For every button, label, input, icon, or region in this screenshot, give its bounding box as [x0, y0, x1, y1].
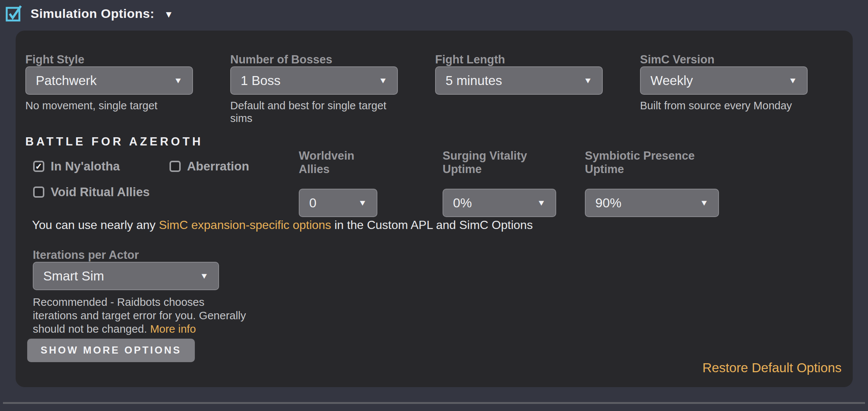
checked-checkbox-icon[interactable] — [5, 4, 23, 22]
bfa-checkbox[interactable]: ✓ In Ny'alotha — [33, 159, 170, 173]
chevron-down-icon: ▼ — [174, 76, 183, 85]
chevron-down-icon: ▼ — [378, 76, 387, 85]
checkbox-icon: ✓ — [33, 161, 44, 172]
worldvein-allies-label: Worldvein Allies — [299, 149, 377, 176]
battle-for-azeroth-row: ✓ In Ny'alotha ✓ Aberration ✓ Void Ritua… — [25, 149, 843, 204]
surging-vitality-label: Surging Vitality Uptime — [443, 149, 556, 176]
symbiotic-presence-select[interactable]: 90% ▼ — [585, 189, 719, 217]
note-suffix: in the Custom APL and SimC Options — [331, 218, 533, 232]
fight-style-helper: No movement, single target — [25, 99, 193, 112]
chevron-down-icon: ▼ — [358, 198, 367, 207]
simc-version-value: Weekly — [650, 73, 693, 88]
surging-vitality-select[interactable]: 0% ▼ — [443, 189, 556, 217]
iterations-per-actor-value: Smart Sim — [43, 269, 104, 283]
surging-vitality-value: 0% — [453, 195, 472, 210]
chevron-down-icon: ▼ — [200, 271, 209, 280]
check-icon: ✓ — [35, 162, 42, 171]
simulation-options-header: Simulation Options: ▼ — [5, 4, 173, 22]
surging-vitality-field: Surging Vitality Uptime 0% ▼ — [443, 149, 556, 217]
number-of-bosses-value: 1 Boss — [241, 73, 281, 88]
checkbox-icon: ✓ — [170, 161, 181, 172]
chevron-down-icon: ▼ — [788, 76, 797, 85]
simc-version-field: SimC Version Weekly ▼ Built from source … — [640, 53, 808, 125]
show-more-options-button[interactable]: SHOW MORE OPTIONS — [27, 339, 195, 362]
more-info-link[interactable]: More info — [150, 323, 196, 335]
symbiotic-presence-field: Symbiotic Presence Uptime 90% ▼ — [585, 149, 719, 217]
checkbox-icon: ✓ — [33, 186, 44, 198]
collapse-caret-icon[interactable]: ▼ — [164, 9, 173, 20]
fight-length-label: Fight Length — [435, 53, 603, 66]
bfa-checkbox-group: ✓ In Ny'alotha ✓ Aberration ✓ Void Ritua… — [33, 159, 249, 199]
number-of-bosses-field: Number of Bosses 1 Boss ▼ Default and be… — [230, 53, 398, 125]
fight-style-select[interactable]: Patchwerk ▼ — [25, 66, 193, 95]
fight-length-select[interactable]: 5 minutes ▼ — [435, 66, 603, 95]
simc-version-helper: Built from source every Monday — [640, 99, 808, 112]
simc-expansion-options-link[interactable]: SimC expansion-specific options — [159, 218, 331, 232]
page-title: Simulation Options: — [31, 6, 154, 21]
worldvein-allies-field: Worldvein Allies 0 ▼ — [299, 149, 377, 217]
bottom-divider — [3, 402, 865, 404]
simc-version-select[interactable]: Weekly ▼ — [640, 66, 808, 95]
checkbox-label: Aberration — [187, 159, 249, 173]
fight-length-value: 5 minutes — [446, 73, 502, 88]
iterations-per-actor-label: Iterations per Actor — [33, 248, 843, 262]
note-prefix: You can use nearly any — [32, 218, 159, 232]
number-of-bosses-select[interactable]: 1 Boss ▼ — [230, 66, 398, 95]
iterations-per-actor-select[interactable]: Smart Sim ▼ — [33, 262, 219, 290]
simc-options-note: You can use nearly any SimC expansion-sp… — [25, 217, 843, 232]
chevron-down-icon: ▼ — [583, 76, 592, 85]
chevron-down-icon: ▼ — [700, 198, 709, 207]
worldvein-allies-value: 0 — [309, 195, 316, 210]
checkbox-label: In Ny'alotha — [51, 159, 120, 173]
fight-length-field: Fight Length 5 minutes ▼ — [435, 53, 603, 125]
simc-version-label: SimC Version — [640, 53, 808, 66]
bfa-checkbox[interactable]: ✓ Void Ritual Allies — [33, 185, 170, 199]
symbiotic-presence-label: Symbiotic Presence Uptime — [585, 149, 719, 176]
worldvein-allies-select[interactable]: 0 ▼ — [299, 189, 377, 217]
fight-style-value: Patchwerk — [36, 73, 96, 88]
fight-style-field: Fight Style Patchwerk ▼ No movement, sin… — [25, 53, 193, 125]
iterations-per-actor-field: Iterations per Actor Smart Sim ▼ Recomme… — [25, 248, 843, 336]
battle-for-azeroth-heading: BATTLE FOR AZEROTH — [25, 135, 843, 148]
bfa-checkbox[interactable]: ✓ Aberration — [170, 159, 249, 173]
restore-default-options-link[interactable]: Restore Default Options — [702, 360, 842, 375]
symbiotic-presence-value: 90% — [595, 195, 621, 210]
checkbox-label: Void Ritual Allies — [51, 185, 150, 199]
fight-style-label: Fight Style — [25, 53, 193, 66]
number-of-bosses-label: Number of Bosses — [230, 53, 398, 66]
main-options-row: Fight Style Patchwerk ▼ No movement, sin… — [25, 53, 843, 125]
chevron-down-icon: ▼ — [537, 198, 546, 207]
number-of-bosses-helper: Default and best for single target sims — [230, 99, 398, 125]
iterations-helper-text: Recommended - Raidbots chooses iteration… — [33, 296, 246, 335]
simulation-options-panel: Fight Style Patchwerk ▼ No movement, sin… — [16, 31, 853, 387]
iterations-helper: Recommended - Raidbots chooses iteration… — [33, 295, 251, 336]
